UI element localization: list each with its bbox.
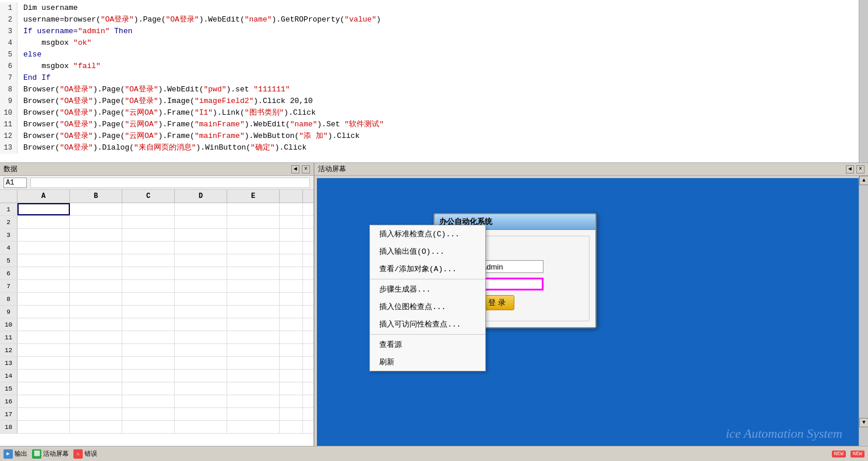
sheet-cell[interactable] (280, 331, 303, 343)
sheet-cell[interactable] (280, 216, 303, 228)
sheet-cell[interactable] (227, 395, 280, 407)
sheet-cell[interactable] (122, 267, 175, 279)
context-menu-item[interactable]: 查看/添加对象(A)... (370, 260, 485, 278)
sheet-cell[interactable] (280, 382, 303, 395)
sheet-cell[interactable] (227, 306, 280, 318)
sheet-cell[interactable] (70, 382, 122, 395)
sheet-cell[interactable] (227, 331, 280, 343)
sheet-cell[interactable] (227, 357, 280, 369)
sheet-cell[interactable] (175, 280, 227, 292)
sheet-cell[interactable] (17, 229, 70, 241)
sheet-cell[interactable] (122, 382, 175, 395)
sheet-cell[interactable] (122, 395, 175, 407)
sheet-cell[interactable] (122, 318, 175, 331)
sheet-cell[interactable] (227, 318, 280, 331)
sheet-cell[interactable] (70, 395, 122, 407)
scrollbar-up[interactable]: ▲ (859, 176, 868, 185)
sheet-cell[interactable] (70, 408, 122, 420)
data-panel-close[interactable]: × (302, 165, 310, 173)
sheet-cell[interactable] (70, 203, 122, 215)
sheet-cell[interactable] (17, 370, 70, 382)
sheet-cell[interactable] (17, 254, 70, 267)
sheet-cell[interactable] (17, 344, 70, 356)
sheet-cell[interactable] (280, 357, 303, 369)
sheet-cell[interactable] (227, 203, 280, 215)
sheet-cell[interactable] (175, 357, 227, 369)
sheet-cell[interactable] (122, 306, 175, 318)
sheet-cell[interactable] (175, 229, 227, 241)
context-menu-item[interactable]: 步骤生成器... (370, 281, 485, 298)
sheet-cell[interactable] (122, 280, 175, 292)
context-menu-item[interactable]: 插入输出值(O)... (370, 243, 485, 260)
context-menu-item[interactable]: 刷新 (370, 353, 485, 371)
sheet-cell[interactable] (17, 293, 70, 305)
sheet-cell[interactable] (122, 370, 175, 382)
sheet-cell[interactable] (227, 408, 280, 420)
sheet-cell[interactable] (70, 254, 122, 267)
sheet-cell[interactable] (122, 331, 175, 343)
sheet-cell[interactable] (17, 395, 70, 407)
sheet-cell[interactable] (280, 242, 303, 254)
sheet-cell[interactable] (70, 242, 122, 254)
sheet-cell[interactable] (227, 229, 280, 241)
sheet-cell[interactable] (70, 280, 122, 292)
sheet-cell[interactable] (280, 229, 303, 241)
sheet-cell[interactable] (175, 267, 227, 279)
sheet-cell[interactable] (175, 216, 227, 228)
sheet-cell[interactable] (175, 408, 227, 420)
sheet-cell[interactable] (70, 344, 122, 356)
sheet-cell[interactable] (227, 370, 280, 382)
sheet-cell[interactable] (122, 229, 175, 241)
active-panel-scrollbar[interactable]: ▲ ▼ (859, 176, 868, 461)
sheet-cell[interactable] (280, 254, 303, 267)
sheet-cell[interactable] (175, 318, 227, 331)
sheet-cell[interactable] (175, 254, 227, 267)
sheet-cell[interactable] (70, 306, 122, 318)
sheet-cell[interactable] (17, 242, 70, 254)
sheet-cell[interactable] (122, 344, 175, 356)
context-menu-item[interactable]: 插入位图检查点... (370, 298, 485, 315)
sheet-cell[interactable] (17, 267, 70, 279)
sheet-cell[interactable] (227, 267, 280, 279)
sheet-cell[interactable] (17, 203, 70, 215)
sheet-cell[interactable] (122, 293, 175, 305)
sheet-cell[interactable] (17, 280, 70, 292)
sheet-cell[interactable] (280, 408, 303, 420)
sheet-cell[interactable] (70, 318, 122, 331)
sheet-cell[interactable] (17, 216, 70, 228)
sheet-cell[interactable] (70, 370, 122, 382)
sheet-cell[interactable] (280, 280, 303, 292)
sheet-cell[interactable] (122, 242, 175, 254)
sheet-cell[interactable] (280, 267, 303, 279)
sheet-cell[interactable] (280, 203, 303, 215)
sheet-cell[interactable] (175, 293, 227, 305)
sheet-cell[interactable] (70, 229, 122, 241)
sheet-cell[interactable] (280, 306, 303, 318)
sheet-cell[interactable] (70, 293, 122, 305)
cell-formula-input[interactable] (30, 178, 310, 188)
sheet-cell[interactable] (70, 267, 122, 279)
context-menu-item[interactable]: 插入标准检查点(C)... (370, 225, 485, 243)
sheet-cell[interactable] (227, 293, 280, 305)
scrollbar-down[interactable]: ▼ (859, 418, 868, 427)
sheet-cell[interactable] (280, 395, 303, 407)
sheet-cell[interactable] (227, 254, 280, 267)
sheet-cell[interactable] (17, 382, 70, 395)
sheet-cell[interactable] (70, 216, 122, 228)
sheet-cell[interactable] (122, 254, 175, 267)
sheet-cell[interactable] (175, 370, 227, 382)
sheet-cell[interactable] (175, 306, 227, 318)
sheet-cell[interactable] (280, 318, 303, 331)
sheet-cell[interactable] (227, 382, 280, 395)
oa-username-input[interactable] (479, 260, 544, 273)
sheet-cell[interactable] (227, 216, 280, 228)
sheet-cell[interactable] (227, 242, 280, 254)
active-panel-close[interactable]: × (856, 165, 865, 173)
sheet-cell[interactable] (122, 421, 175, 433)
sheet-cell[interactable] (122, 357, 175, 369)
data-panel-pin[interactable]: ◄ (291, 165, 299, 173)
sheet-cell[interactable] (17, 421, 70, 433)
sheet-cell[interactable] (17, 331, 70, 343)
cell-ref-input[interactable] (3, 178, 27, 188)
sheet-cell[interactable] (122, 216, 175, 228)
